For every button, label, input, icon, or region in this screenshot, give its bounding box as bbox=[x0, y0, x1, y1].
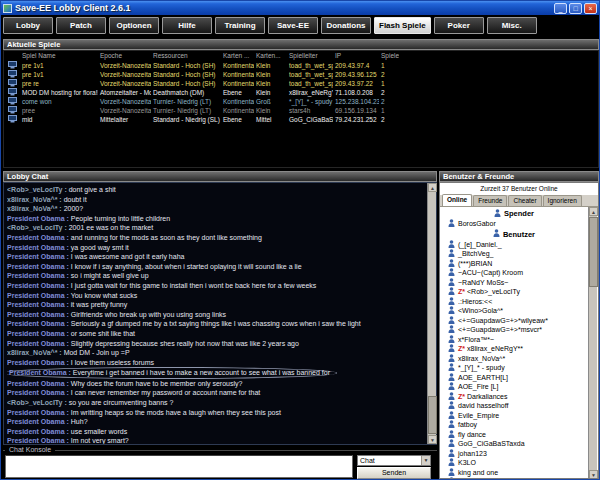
user-icon bbox=[448, 392, 455, 401]
game-row[interactable]: MOD DM hosting for flora!!!Atomzeitalter… bbox=[4, 88, 598, 97]
chat-message: President Obama : Everytime i get banned… bbox=[7, 367, 424, 379]
channel-select[interactable]: Chat ▼ bbox=[357, 455, 431, 466]
games-col-header: Karten... bbox=[254, 51, 287, 61]
nav-tab-hilfe[interactable]: Hilfe bbox=[162, 17, 212, 34]
group-icon bbox=[493, 229, 500, 239]
user-list-item[interactable]: labiata bbox=[440, 477, 588, 478]
nav-tab-patch[interactable]: Patch bbox=[56, 17, 106, 34]
game-cell-name: pre re bbox=[20, 79, 98, 88]
user-list-item[interactable]: ~ACU~(Capt) Kroom bbox=[440, 268, 588, 278]
chat-scrollbar[interactable]: ▲ ▼ bbox=[427, 183, 436, 444]
chat-username: President Obama : bbox=[7, 418, 69, 425]
scroll-down-icon[interactable]: ▼ bbox=[428, 435, 437, 444]
user-name: .:Hieros:<< bbox=[458, 298, 492, 305]
game-row[interactable]: preeVorzeit-NanozeitalterTurnier- Niedri… bbox=[4, 106, 598, 115]
nav-tab-training[interactable]: Training bbox=[215, 17, 265, 34]
chat-text: so you are circumventing banns ? bbox=[67, 399, 174, 406]
chat-text: I can never remember my password or acco… bbox=[69, 389, 260, 396]
chat-scroll-thumb[interactable] bbox=[428, 396, 437, 434]
user-list-item[interactable]: david hasselhoff bbox=[440, 401, 588, 411]
user-name: fly dance bbox=[458, 431, 486, 438]
user-list-item[interactable]: Z*<Rob>_veLocITy bbox=[440, 287, 588, 297]
chat-message: President Obama : I was awesome and got … bbox=[7, 252, 424, 262]
user-list-item[interactable]: (***)BRIAN bbox=[440, 259, 588, 269]
game-cell-spielleiter: toad_th_wet_sprkt bbox=[287, 79, 333, 88]
game-row[interactable]: pre 1v1Vorzeit-NanozeitalterStandard - H… bbox=[4, 61, 598, 70]
game-cell-ip: 79.24.231.252 bbox=[333, 115, 379, 124]
user-list-item[interactable]: Z*x8lirax_eNeRgY** bbox=[440, 344, 588, 354]
game-cell-ressourcen: Turnier- Niedrig (LT) bbox=[151, 97, 221, 106]
user-list-item[interactable]: K3LO bbox=[440, 458, 588, 468]
chat-text: 2001 ee was on the market bbox=[67, 224, 153, 231]
user-list-item[interactable]: BorosGabor bbox=[440, 219, 588, 229]
user-list-item[interactable]: x*Flora™*~ bbox=[440, 335, 588, 345]
nav-tab-optionen[interactable]: Optionen bbox=[109, 17, 159, 34]
game-icon bbox=[4, 115, 20, 124]
send-button[interactable]: Senden bbox=[357, 467, 431, 479]
user-tab-freunde[interactable]: Freunde bbox=[473, 195, 507, 206]
user-list-item[interactable]: _BitchVeg_ bbox=[440, 249, 588, 259]
user-list-item[interactable]: Z*Darkaliances bbox=[440, 392, 588, 402]
user-icon bbox=[448, 363, 455, 372]
user-list-item[interactable]: <+=GuapdawG=+>*wilyeaw* bbox=[440, 316, 588, 326]
game-row[interactable]: pre reVorzeit-NanozeitalterStandard - Ho… bbox=[4, 79, 598, 88]
nav-tab-misc-[interactable]: Misc. bbox=[487, 17, 537, 34]
game-cell-ip: 209.43.96.125 bbox=[333, 70, 379, 79]
user-list-item[interactable]: x8lirax_NoVa^* bbox=[440, 354, 588, 364]
user-tab-online[interactable]: Online bbox=[442, 194, 472, 206]
close-button[interactable]: × bbox=[584, 3, 597, 14]
user-list-item[interactable]: GoG_CiGaBaSTaxda bbox=[440, 439, 588, 449]
userlist-scrollbar[interactable]: ▲ ▼ bbox=[588, 207, 597, 479]
nav-tab-flash-spiele[interactable]: Flash Spiele bbox=[374, 17, 431, 34]
userlist-scroll-thumb[interactable] bbox=[589, 217, 598, 287]
minimize-button[interactable]: _ bbox=[554, 3, 567, 14]
user-list-item[interactable]: fly dance bbox=[440, 430, 588, 440]
game-cell-name: pree bbox=[20, 106, 98, 115]
game-row[interactable]: midMittelalterStandard - Niedrig (SL)Ebe… bbox=[4, 115, 598, 124]
user-list-item[interactable]: <Wino>Gola^* bbox=[440, 306, 588, 316]
chat-message: President Obama : I know if i say anythi… bbox=[7, 262, 424, 272]
user-name: <+=GuapdawG=+>*msvcr* bbox=[458, 326, 542, 333]
maximize-button[interactable]: □ bbox=[569, 3, 582, 14]
game-row[interactable]: pre 1v1Vorzeit-NanozeitalterStandard - H… bbox=[4, 70, 598, 79]
nav-tab-lobby[interactable]: Lobby bbox=[3, 17, 53, 34]
chat-username: President Obama : bbox=[7, 409, 69, 416]
chat-username: President Obama : bbox=[7, 244, 69, 251]
nav-tab-donations[interactable]: Donations bbox=[321, 17, 371, 34]
chat-input[interactable] bbox=[5, 455, 353, 478]
user-name: *_[Y]_* - spudy bbox=[458, 364, 505, 371]
game-cell-karte1: Ebene bbox=[221, 88, 254, 97]
user-name: king and one bbox=[458, 469, 498, 476]
user-list-item[interactable]: <+=GuapdawG=+>*msvcr* bbox=[440, 325, 588, 335]
game-cell-karte1: Ebene bbox=[221, 115, 254, 124]
nav-tab-poker[interactable]: Poker bbox=[434, 17, 484, 34]
user-list-item[interactable]: king and one bbox=[440, 468, 588, 478]
user-list-item[interactable]: Evile_Empire bbox=[440, 411, 588, 421]
chat-username: President Obama : bbox=[7, 428, 69, 435]
scroll-up-icon[interactable]: ▲ bbox=[589, 207, 598, 216]
user-list-item[interactable]: AOE_EARTH[L] bbox=[440, 373, 588, 383]
chevron-down-icon[interactable]: ▼ bbox=[421, 456, 430, 465]
user-list-item[interactable]: .:Hieros:<< bbox=[440, 297, 588, 307]
user-list-item[interactable]: AOE_Fire [L] bbox=[440, 382, 588, 392]
scroll-down-icon[interactable]: ▼ bbox=[589, 470, 598, 479]
user-name: <+=GuapdawG=+>*wilyeaw* bbox=[458, 317, 548, 324]
user-list-item[interactable]: johan123 bbox=[440, 449, 588, 459]
user-tab-cheater[interactable]: Cheater bbox=[508, 195, 541, 206]
user-list-item[interactable]: (_[e]_Daniel._ bbox=[440, 240, 588, 250]
game-cell-karte1: Kontinental bbox=[221, 61, 254, 70]
chat-username: President Obama : bbox=[7, 437, 69, 444]
user-list-item[interactable]: ~RaNdY MoSs~ bbox=[440, 278, 588, 288]
user-icon bbox=[448, 468, 455, 477]
admin-badge: Z* bbox=[458, 345, 465, 352]
user-tab-ignorieren[interactable]: Ignorieren bbox=[543, 195, 582, 206]
user-name: _BitchVeg_ bbox=[458, 250, 493, 257]
user-list-item[interactable]: fatboy bbox=[440, 420, 588, 430]
chat-text: dont give a shit bbox=[67, 186, 116, 193]
user-list-item[interactable]: *_[Y]_* - spudy bbox=[440, 363, 588, 373]
nav-tab-save-ee[interactable]: Save-EE bbox=[268, 17, 318, 34]
titlebar[interactable]: Save-EE Lobby Client 2.6.1 _ □ × bbox=[1, 1, 599, 15]
scroll-up-icon[interactable]: ▲ bbox=[428, 183, 437, 192]
user-icon bbox=[448, 401, 455, 410]
game-row[interactable]: come wonVorzeit-NanozeitalterTurnier- Ni… bbox=[4, 97, 598, 106]
